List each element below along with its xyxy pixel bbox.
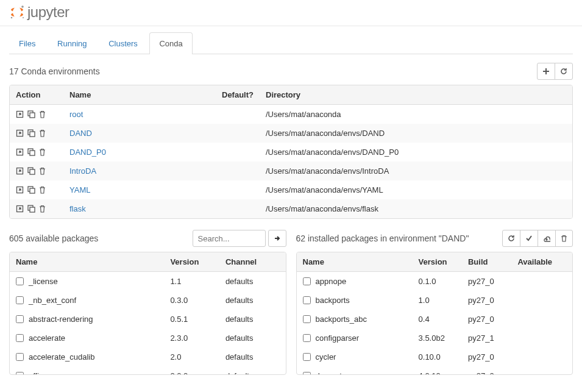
pkg-name: configparser — [316, 333, 360, 343]
export-env-icon[interactable] — [16, 186, 24, 194]
env-th-directory: Directory — [260, 85, 572, 105]
svg-rect-23 — [30, 207, 35, 212]
env-directory: /Users/mat/anaconda/envs/DAND_P0 — [260, 143, 572, 162]
available-table: Name Version Channel _license1.1defaults… — [10, 252, 286, 374]
pkg-checkbox[interactable] — [16, 353, 24, 361]
tab-conda[interactable]: Conda — [149, 32, 192, 54]
env-name-link[interactable]: flask — [69, 204, 86, 213]
delete-env-icon[interactable] — [39, 129, 46, 137]
env-row: root/Users/mat/anaconda — [10, 105, 572, 124]
pkg-version: 0.4 — [413, 310, 462, 329]
available-row: accelerate2.3.0defaults — [10, 329, 286, 347]
env-name-link[interactable]: root — [69, 110, 83, 119]
env-row: DAND/Users/mat/anaconda/envs/DAND — [10, 124, 572, 143]
tab-bar: Files Running Clusters Conda — [9, 32, 573, 54]
delete-env-icon[interactable] — [39, 205, 46, 213]
refresh-installed-button[interactable] — [502, 230, 520, 247]
delete-env-icon[interactable] — [39, 148, 46, 156]
pkg-checkbox[interactable] — [303, 296, 311, 304]
export-env-icon[interactable] — [16, 167, 24, 175]
pkg-channel: defaults — [219, 272, 286, 291]
env-count-label: 17 Conda environments — [9, 66, 100, 76]
clone-env-icon[interactable] — [27, 186, 35, 194]
pkg-checkbox[interactable] — [303, 277, 311, 285]
pkg-name: backports_abc — [316, 315, 367, 324]
delete-env-icon[interactable] — [39, 167, 46, 175]
export-env-icon[interactable] — [16, 148, 24, 156]
pkg-name: abstract-rendering — [29, 315, 93, 324]
env-name-link[interactable]: IntroDA — [69, 166, 96, 176]
pkg-version: 4.0.10 — [413, 366, 462, 374]
clone-env-icon[interactable] — [27, 129, 35, 137]
available-row: abstract-rendering0.5.1defaults — [10, 310, 286, 329]
delete-env-icon[interactable] — [39, 186, 46, 194]
pkg-channel: defaults — [219, 347, 286, 366]
pkg-build: py27_1 — [462, 329, 511, 347]
env-directory: /Users/mat/anaconda — [260, 105, 572, 124]
pkg-build: py27_0 — [462, 272, 511, 291]
pkg-version: 0.1.0 — [413, 272, 462, 291]
pkg-checkbox[interactable] — [303, 353, 311, 361]
tab-files[interactable]: Files — [9, 32, 45, 54]
refresh-envs-button[interactable] — [555, 63, 573, 80]
pkg-checkbox[interactable] — [303, 334, 311, 342]
pkg-version: 2.0.0 — [164, 366, 219, 374]
new-env-button[interactable] — [537, 63, 555, 80]
pkg-version: 1.1 — [164, 272, 219, 291]
pkg-version: 3.5.0b2 — [413, 329, 462, 347]
logo-text: jupyter — [27, 4, 69, 21]
svg-rect-11 — [30, 132, 35, 137]
inst-th-version: Version — [413, 252, 462, 272]
pkg-checkbox[interactable] — [16, 277, 24, 285]
tab-running[interactable]: Running — [48, 32, 96, 54]
env-row: IntroDA/Users/mat/anaconda/envs/IntroDA — [10, 162, 572, 180]
avail-th-channel: Channel — [219, 252, 286, 272]
env-name-link[interactable]: YAML — [69, 185, 90, 194]
installed-row: decorator4.0.10py27_0 — [297, 366, 573, 374]
clone-env-icon[interactable] — [27, 110, 35, 118]
installed-count-label: 62 installed packages in environment "DA… — [296, 233, 469, 243]
export-env-icon[interactable] — [16, 129, 24, 137]
update-selected-button[interactable] — [520, 230, 538, 247]
available-row: accelerate_cudalib2.0defaults — [10, 347, 286, 366]
pkg-build: py27_0 — [462, 310, 511, 329]
available-row: _nb_ext_conf0.3.0defaults — [10, 291, 286, 310]
pkg-version: 0.3.0 — [164, 291, 219, 310]
svg-point-5 — [23, 17, 24, 18]
search-input[interactable] — [193, 230, 266, 247]
pkg-channel: defaults — [219, 310, 286, 329]
svg-rect-14 — [30, 151, 35, 155]
installed-row: configparser3.5.0b2py27_1 — [297, 329, 573, 347]
export-env-icon[interactable] — [16, 205, 24, 213]
export-env-icon[interactable] — [16, 110, 24, 118]
pkg-channel: defaults — [219, 329, 286, 347]
pkg-build: py27_0 — [462, 291, 511, 310]
pkg-checkbox[interactable] — [16, 372, 24, 374]
available-count-label: 605 available packages — [9, 233, 98, 243]
pkg-name: affine — [29, 371, 48, 374]
avail-th-name: Name — [10, 252, 164, 272]
env-name-link[interactable]: DAND_P0 — [69, 148, 106, 157]
export-button[interactable] — [538, 230, 556, 247]
env-name-link[interactable]: DAND — [69, 129, 92, 138]
pkg-channel: defaults — [219, 291, 286, 310]
env-th-name: Name — [63, 85, 216, 105]
pkg-name: cycler — [316, 352, 336, 362]
pkg-checkbox[interactable] — [303, 372, 311, 374]
svg-rect-8 — [30, 113, 35, 118]
pkg-checkbox[interactable] — [16, 334, 24, 342]
clone-env-icon[interactable] — [27, 148, 35, 156]
tab-clusters[interactable]: Clusters — [99, 32, 147, 54]
pkg-name: appnope — [316, 277, 347, 286]
pkg-name: decorator — [316, 371, 349, 374]
clone-env-icon[interactable] — [27, 167, 35, 175]
install-selected-button[interactable] — [268, 230, 286, 247]
clone-env-icon[interactable] — [27, 205, 35, 213]
remove-selected-button[interactable] — [555, 230, 573, 247]
available-row: _license1.1defaults — [10, 272, 286, 291]
delete-env-icon[interactable] — [39, 110, 46, 118]
pkg-checkbox[interactable] — [16, 315, 24, 323]
pkg-checkbox[interactable] — [16, 296, 24, 304]
env-row: flask/Users/mat/anaconda/envs/flask — [10, 199, 572, 218]
pkg-checkbox[interactable] — [303, 315, 311, 323]
